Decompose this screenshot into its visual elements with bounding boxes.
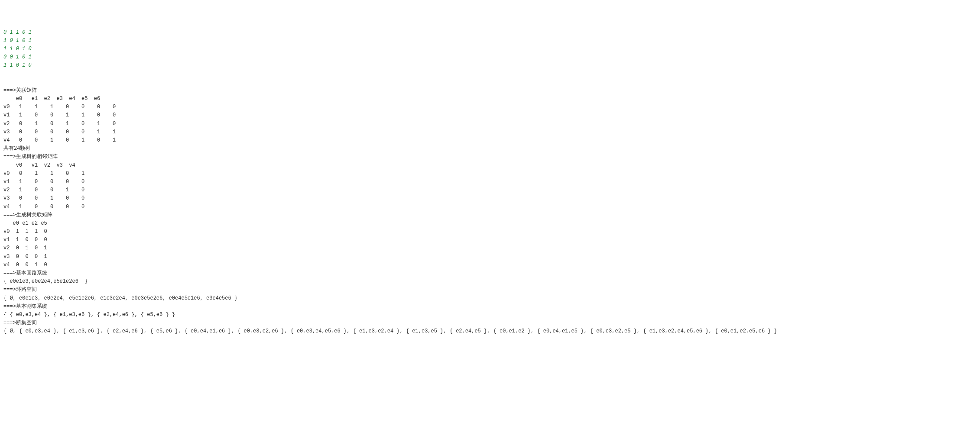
spanning-inc-row: v0 1 1 1 0 [3,229,47,235]
spanning-adj-row: v2 1 0 0 1 0 [3,187,84,193]
spanning-inc-row: v1 1 0 0 0 [3,237,47,243]
spanning-inc-row: v4 0 0 1 0 [3,262,47,268]
spanning-adj-title: ===>生成树的相邻矩阵 [3,154,58,160]
output-block: ===>关联矩阵 e0 e1 e2 e3 e4 e5 e6 v0 1 1 1 0… [3,78,977,336]
cut-space-title: ===>断集空间 [3,320,37,326]
basic-cut-title: ===>基本割集系统 [3,303,47,310]
incidence-row: v0 1 1 1 0 0 0 0 [3,104,116,110]
spanning-inc-row: v2 0 1 0 1 [3,245,47,251]
spanning-inc-title: ===>生成树关联矩阵 [3,212,52,218]
spanning-adj-row: v1 1 0 0 0 0 [3,179,84,185]
spanning-inc-header: e0 e1 e2 e5 [3,220,47,226]
spanning-adj-row: v0 0 1 1 0 1 [3,171,84,177]
basic-cut-content: { { e0,e3,e4 }, { e1,e3,e6 }, { e2,e4,e6… [3,312,175,318]
cycle-space-content: { Ø, e0e1e3, e0e2e4, e5e1e2e6, e1e3e2e4,… [3,295,237,301]
basic-cycle-content: { e0e1e3,e0e2e4,e5e1e2e6 } [3,278,88,284]
spanning-adj-row: v4 1 0 0 0 0 [3,204,84,210]
basic-cycle-title: ===>基本回路系统 [3,270,47,276]
incidence-row: v2 0 1 0 1 0 1 0 [3,121,116,127]
incidence-row: v1 1 0 0 1 1 0 0 [3,112,116,118]
input-matrix: 0 1 1 0 1 1 0 1 0 1 1 1 0 1 0 0 0 1 0 1 … [3,29,977,70]
incidence-title: ===>关联矩阵 [3,87,37,94]
incidence-row: v4 0 0 1 0 1 0 1 [3,137,116,143]
tree-count: 共有24颗树 [3,145,30,152]
incidence-header: e0 e1 e2 e3 e4 e5 e6 [3,96,100,102]
cut-space-content: { Ø, { e0,e3,e4 }, { e1,e3,e6 }, { e2,e4… [3,328,777,334]
incidence-row: v3 0 0 0 0 0 1 1 [3,129,116,135]
spanning-adj-row: v3 0 0 1 0 0 [3,195,84,201]
spanning-adj-header: v0 v1 v2 v3 v4 [3,162,75,168]
cycle-space-title: ===>环路空间 [3,287,37,293]
spanning-inc-row: v3 0 0 0 1 [3,254,47,260]
